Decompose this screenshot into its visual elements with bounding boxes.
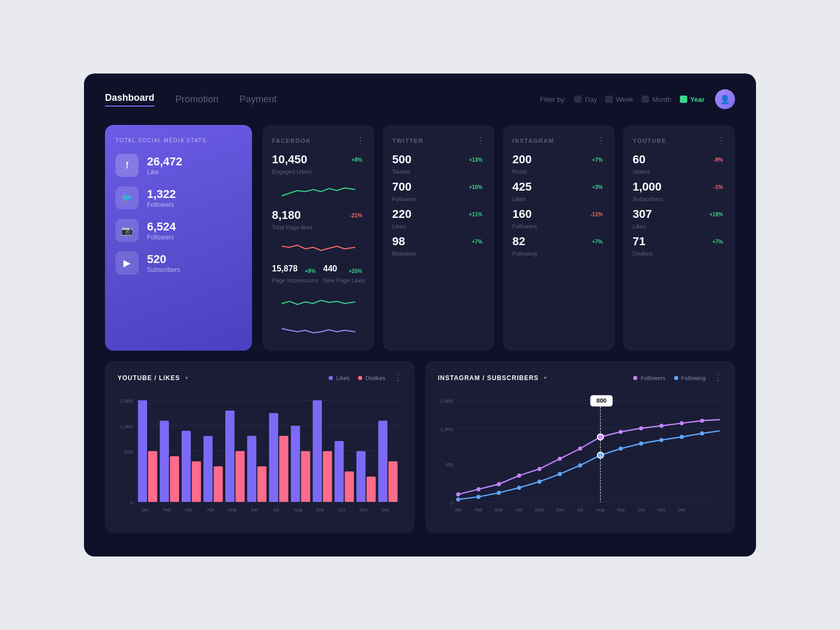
likes-dot	[329, 376, 333, 380]
fb-impressions-badge: +9%	[302, 267, 318, 275]
filter-day[interactable]: Day	[574, 96, 597, 103]
ig-likes-label: Likes	[512, 196, 605, 202]
svg-rect-29	[366, 477, 375, 502]
twitter-value: 1,322	[147, 187, 176, 201]
platform-cards: FACEBOOK ⋮ 10,450 +8% Engaged Users 8,18…	[262, 125, 735, 351]
ig-likes-badge: +3%	[590, 183, 605, 191]
instagram-menu[interactable]: ⋮	[597, 135, 605, 145]
youtube-bar-chart: 2,000 1,000 500 0	[118, 393, 402, 519]
svg-text:100: 100	[445, 461, 453, 467]
facebook-label: Like	[147, 169, 182, 176]
filter-day-checkbox[interactable]	[574, 96, 582, 103]
twitter-card: TWITTER ⋮ 500 +13% Tweets 700 +10% Follo…	[383, 125, 495, 351]
ig-followers-badge: -11%	[588, 211, 605, 218]
youtube-label: Subscribers	[147, 266, 180, 274]
followers-dot	[633, 376, 637, 380]
main-grid: TOTAL SOCIAL MEDIA STATS f 26,472 Like 🐦…	[105, 125, 735, 351]
svg-point-67	[497, 491, 501, 495]
yt-subscribers-row: 1,000 -1%	[633, 180, 726, 194]
twitter-header: TWITTER ⋮	[392, 135, 485, 145]
stat-info-twitter: 1,322 Followers	[147, 187, 176, 208]
instagram-line-chart: 2,000 1,000 100 0	[438, 393, 722, 519]
avatar[interactable]: 👤	[715, 89, 735, 109]
tab-dashboard[interactable]: Dashboard	[105, 92, 154, 107]
svg-text:2,000: 2,000	[440, 398, 453, 404]
instagram-card: INSTAGRAM ⋮ 200 +7% Posts 425 +3% Likes …	[503, 125, 615, 351]
svg-text:Jul: Jul	[577, 507, 583, 512]
filter-section: Filter by: Day Week Month Year	[540, 96, 705, 103]
filter-week[interactable]: Week	[605, 96, 633, 103]
yt-likes-value: 307	[633, 207, 652, 221]
filter-year[interactable]: Year	[680, 96, 705, 103]
svg-point-54	[497, 482, 501, 486]
tab-payment[interactable]: Payment	[239, 94, 277, 105]
svg-rect-11	[170, 456, 179, 502]
tw-followers-label: Followers	[392, 196, 485, 202]
youtube-menu[interactable]: ⋮	[717, 135, 726, 145]
twitter-icon: 🐦	[116, 186, 139, 209]
svg-text:1,000: 1,000	[120, 424, 133, 429]
filter-month[interactable]: Month	[642, 96, 671, 103]
facebook-card: FACEBOOK ⋮ 10,450 +8% Engaged Users 8,18…	[262, 125, 374, 351]
ig-followers-label: Followers	[512, 223, 605, 229]
filter-label: Filter by:	[540, 96, 566, 103]
svg-rect-30	[379, 421, 387, 502]
twitter-menu[interactable]: ⋮	[477, 135, 485, 145]
svg-text:Sep: Sep	[316, 507, 324, 512]
fb-engaged-badge: +8%	[349, 156, 365, 164]
stat-row-facebook: f 26,472 Like	[116, 154, 242, 177]
tw-tweets-row: 500 +13%	[392, 153, 485, 166]
ig-following-label: Following	[512, 250, 605, 257]
svg-point-70	[558, 472, 562, 476]
filter-year-checkbox[interactable]	[680, 96, 687, 103]
svg-rect-10	[160, 421, 169, 502]
svg-point-64	[700, 418, 704, 423]
svg-point-55	[517, 474, 521, 478]
svg-text:500: 500	[124, 449, 133, 455]
svg-rect-18	[247, 436, 256, 502]
svg-point-65	[456, 497, 460, 501]
svg-text:Jan: Jan	[141, 507, 149, 512]
svg-point-75	[659, 438, 664, 442]
ig-following-badge: +7%	[590, 238, 605, 246]
svg-text:0: 0	[450, 500, 453, 506]
svg-point-74	[639, 442, 643, 446]
svg-point-63	[680, 421, 684, 425]
svg-rect-20	[269, 413, 278, 502]
svg-point-57	[558, 457, 562, 461]
youtube-card: YOUTUBE ⋮ 60 -9% Videos 1,000 -1% Subscr…	[623, 125, 735, 351]
youtube-chart-chevron[interactable]: ▾	[185, 375, 188, 381]
instagram-chart-menu[interactable]: ⋮	[714, 373, 722, 383]
ig-likes-row: 425 +3%	[512, 180, 605, 194]
youtube-chart-menu[interactable]: ⋮	[394, 373, 402, 383]
youtube-chart-card: YOUTUBE / LIKES ▾ Likes Dislikes ⋮	[105, 361, 415, 533]
instagram-value: 6,524	[147, 220, 176, 234]
svg-rect-19	[257, 466, 266, 502]
tw-followers-value: 700	[392, 180, 412, 194]
svg-rect-13	[192, 461, 201, 502]
instagram-chart-chevron[interactable]: ▾	[544, 375, 547, 381]
filter-month-checkbox[interactable]	[642, 96, 649, 103]
svg-text:Sep: Sep	[617, 507, 625, 512]
header: Dashboard Promotion Payment Filter by: D…	[105, 89, 735, 109]
tab-promotion[interactable]: Promotion	[175, 94, 218, 105]
svg-rect-23	[301, 451, 310, 502]
instagram-header: INSTAGRAM ⋮	[512, 135, 605, 145]
filter-day-label: Day	[585, 96, 597, 103]
tw-followers-badge: +10%	[466, 183, 485, 191]
ig-posts-badge: +7%	[590, 156, 605, 164]
tw-tweets-badge: +13%	[466, 156, 485, 164]
following-label: Following	[681, 375, 706, 381]
svg-text:1,000: 1,000	[440, 426, 453, 432]
youtube-legend-likes: Likes	[329, 375, 350, 381]
filter-week-checkbox[interactable]	[605, 96, 613, 103]
svg-rect-22	[291, 426, 300, 502]
youtube-icon: ▶	[116, 251, 139, 275]
tw-tweets-value: 500	[392, 153, 412, 166]
facebook-menu[interactable]: ⋮	[356, 135, 365, 145]
svg-text:Jun: Jun	[250, 507, 258, 512]
likes-label: Likes	[336, 375, 350, 381]
filter-month-label: Month	[652, 96, 671, 103]
svg-point-66	[477, 495, 481, 499]
stat-row-instagram: 📷 6,524 Followers	[116, 219, 242, 242]
